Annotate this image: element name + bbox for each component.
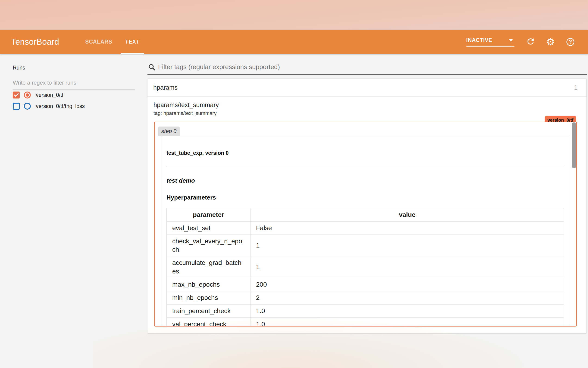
value-cell: 1 (250, 235, 564, 256)
appbar-controls: INACTIVE ⚙ ? (466, 30, 576, 54)
col-header-value: value (250, 208, 564, 221)
value-cell: False (250, 221, 564, 235)
value-cell: 1.0 (250, 317, 564, 327)
run-row-version-0-tf-tng-loss[interactable]: version_0/tf/tng_loss (13, 102, 85, 110)
dashboard-tabs: SCALARS TEXT (79, 30, 146, 54)
run-label: version_0/tf (36, 92, 63, 98)
param-cell: accumulate_grad_batches (167, 256, 250, 278)
hyperparameters-table: parameter value eval_test_set False chec… (167, 208, 564, 327)
section-header-hparams[interactable]: hparams 1 (148, 79, 586, 97)
text-summary-card: hparams/text_summary tag: hparams/text_s… (148, 97, 586, 327)
text-summary-tag: tag: hparams/text_summary (153, 110, 586, 116)
help-button[interactable]: ? (565, 37, 576, 47)
search-icon (148, 63, 156, 72)
param-cell: eval_test_set (167, 221, 250, 235)
table-row: val_percent_check 1.0 (167, 317, 564, 327)
data-status-label: INACTIVE (466, 37, 492, 43)
table-header-row: parameter value (167, 208, 564, 221)
value-cell: 2 (250, 291, 564, 304)
section-title: hparams (153, 84, 177, 91)
table-row: check_val_every_n_epoch 1 (167, 235, 564, 256)
data-status-dropdown[interactable]: INACTIVE (466, 37, 514, 46)
run-radio-selected[interactable] (24, 92, 31, 99)
markdown-frame: test_tube_exp, version 0 test demo Hyper… (162, 136, 569, 327)
table-row: eval_test_set False (167, 221, 564, 235)
param-cell: max_nb_epochs (167, 278, 250, 291)
table-row: train_percent_check 1.0 (167, 304, 564, 317)
settings-button[interactable]: ⚙ (545, 37, 556, 47)
reload-button[interactable] (526, 37, 536, 47)
run-row-version-0-tf[interactable]: version_0/tf (13, 91, 63, 99)
col-header-parameter: parameter (167, 208, 250, 221)
runs-sidebar: Runs version_0/tf version_0/tf/tng_loss (0, 54, 140, 368)
param-cell: min_nb_epochs (167, 291, 250, 304)
table-row: min_nb_epochs 2 (167, 291, 564, 304)
section-count-badge: 1 (574, 84, 578, 91)
radio-dot (26, 93, 29, 97)
app-title: TensorBoard (11, 30, 59, 54)
run-radio-unselected[interactable] (24, 103, 31, 110)
doc-subheading: test demo (167, 177, 564, 184)
tab-text[interactable]: TEXT (119, 30, 146, 54)
reload-icon (526, 37, 535, 47)
run-label: version_0/tf/tng_loss (36, 103, 85, 109)
runs-heading: Runs (13, 65, 25, 71)
hparams-section-card: hparams 1 hparams/text_summary tag: hpar… (148, 79, 586, 333)
tag-filter-bar (148, 61, 587, 75)
run-checkbox-checked[interactable] (13, 92, 20, 99)
tag-filter-input[interactable] (148, 61, 587, 75)
text-summary-viewport: step 0 test_tube_exp, version 0 test dem… (154, 122, 577, 327)
tab-scalars[interactable]: SCALARS (79, 30, 119, 54)
text-summary-title: hparams/text_summary (153, 101, 586, 109)
chevron-down-icon (509, 39, 513, 41)
doc-heading: test_tube_exp, version 0 (167, 150, 564, 156)
run-checkbox-unchecked[interactable] (13, 103, 20, 110)
gear-icon: ⚙ (546, 37, 555, 47)
runs-regex-input[interactable] (13, 78, 135, 90)
doc-table-title: Hyperparameters (167, 194, 564, 201)
desktop-gradient-band (0, 0, 588, 30)
table-row: max_nb_epochs 200 (167, 278, 564, 291)
value-cell: 200 (250, 278, 564, 291)
param-cell: val_percent_check (167, 317, 250, 327)
help-icon: ? (566, 38, 574, 46)
value-cell: 1 (250, 256, 564, 278)
appbar: TensorBoard SCALARS TEXT INACTIVE ⚙ ? (0, 30, 588, 54)
scrollbar-thumb[interactable] (572, 122, 576, 168)
param-cell: train_percent_check (167, 304, 250, 317)
param-cell: check_val_every_n_epoch (167, 235, 250, 256)
value-cell: 1.0 (250, 304, 564, 317)
step-tab[interactable]: step 0 (158, 127, 180, 136)
doc-divider (167, 166, 564, 166)
table-row: accumulate_grad_batches 1 (167, 256, 564, 278)
